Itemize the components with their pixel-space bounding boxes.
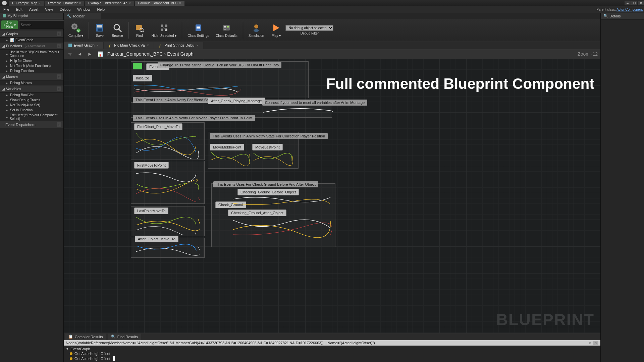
menu-file[interactable]: File <box>0 6 13 12</box>
search-input[interactable] <box>19 20 65 29</box>
tree-item[interactable]: ▸Not Touch(Auto Set) <box>0 103 63 108</box>
menu-edit[interactable]: Edit <box>13 6 26 12</box>
tree-item[interactable]: ▸Not Touch (Auto Functions) <box>0 63 63 68</box>
browse-button[interactable]: Browse <box>109 21 125 39</box>
collapsed-node[interactable]: FirstMoveToPoint <box>134 162 169 169</box>
collapsed-node[interactable]: Initialize <box>133 75 152 81</box>
collapsed-node[interactable]: MoveMiddlePoint <box>210 144 244 150</box>
collapsed-node[interactable]: After_Check_Playing_Montage <box>208 98 265 104</box>
svg-rect-4 <box>97 25 102 27</box>
section-dispatchers[interactable]: Event Dispatchers+ <box>0 121 63 128</box>
section-functions[interactable]: ◢Functions(2 Overridable)+ <box>0 43 63 50</box>
graph-tab-eventgraph[interactable]: Event Graph× <box>64 42 103 49</box>
find-button[interactable]: Find <box>131 21 148 39</box>
debug-object-select[interactable]: No debug object selected <box>285 25 333 31</box>
comment-box[interactable]: This Events Uses In Anim Notify For Movi… <box>133 115 255 121</box>
section-macros[interactable]: ◢Macros+ <box>0 73 63 80</box>
play-button[interactable]: Play ▾ <box>268 21 284 39</box>
add-dispatcher-button[interactable]: + <box>57 122 61 127</box>
window-tab[interactable]: L_Example_Map× <box>9 1 44 6</box>
svg-rect-5 <box>98 28 102 31</box>
close-icon[interactable]: × <box>79 1 81 5</box>
debug-filter: No debug object selected Debug Filter <box>285 25 333 35</box>
maximize-button[interactable]: ☐ <box>631 1 637 5</box>
menu-window[interactable]: Window <box>74 6 94 12</box>
hide-unrelated-button[interactable]: Hide Unrelated ▾ <box>149 21 179 39</box>
tree-item[interactable]: ▸Debug Bool Var <box>0 93 63 98</box>
add-new-button[interactable]: +Add New▾ <box>1 20 18 29</box>
window-tab[interactable]: Parkour_Component_BPC× <box>135 1 184 6</box>
breadcrumb-root[interactable]: Parkour_Component_BPC <box>107 51 163 57</box>
find-results-list: ▾EventGraph Get ActorHeightOffset Get Ac… <box>64 346 600 362</box>
graph-tabs: Event Graph× ƒPK Main Check Va× ƒPrint S… <box>64 41 600 49</box>
collapsed-node[interactable]: LastPointMoveTo <box>134 207 168 214</box>
comment-box[interactable]: This Events Uses In Anim Notify State Fo… <box>210 133 328 139</box>
menu-asset[interactable]: Asset <box>26 6 42 12</box>
tree-item[interactable]: ▸Help for Check <box>0 58 63 63</box>
result-item[interactable]: Get ActorHeightOffset <box>66 356 598 361</box>
add-function-button[interactable]: + <box>57 44 61 48</box>
tree-item-eventgraph[interactable]: ▸📊 EventGraph <box>0 38 63 43</box>
tree-item[interactable]: ▸Use in Your BP(Call from Parkour Compon… <box>0 50 63 58</box>
window-tab[interactable]: Example_ThirdPerson_An× <box>85 1 134 6</box>
result-group[interactable]: EventGraph <box>70 347 90 351</box>
close-icon[interactable]: × <box>129 1 131 5</box>
class-defaults-button[interactable]: Class Defaults <box>213 21 240 39</box>
section-graphs[interactable]: ◢Graphs+ <box>0 31 63 38</box>
graph-canvas[interactable]: Full commented Blueprint Component BLUEP… <box>64 59 600 333</box>
favorite-button[interactable]: ☆ <box>66 51 73 57</box>
graph-tab-function[interactable]: ƒPK Main Check Va× <box>104 42 154 49</box>
parent-class-link[interactable]: Actor Component <box>616 8 643 11</box>
compile-button[interactable]: Compile ▾ <box>66 21 86 39</box>
svg-rect-22 <box>224 27 226 28</box>
add-graph-button[interactable]: + <box>57 32 61 36</box>
comment-box[interactable]: This Events Uses For Check Ground Before… <box>213 181 318 187</box>
nav-back-button[interactable]: ◄ <box>76 51 84 57</box>
svg-rect-17 <box>197 26 200 26</box>
tree-item[interactable]: ▸Show Debug Traces <box>0 98 63 103</box>
graph-icon <box>68 44 72 47</box>
tab-compiler-results[interactable]: 📋 Compiler Results <box>65 334 106 340</box>
window-tab[interactable]: Example_Character× <box>45 1 84 6</box>
collapsed-node[interactable]: MoveLastPoint <box>252 144 283 150</box>
collapsed-node[interactable]: FirstOffset_Point_MoveTo <box>134 123 182 130</box>
close-button[interactable]: × <box>638 1 644 5</box>
tree-item[interactable]: ▸Set In Function <box>0 108 63 113</box>
svg-rect-19 <box>197 28 200 29</box>
graph-tab-function[interactable]: ƒPrint Strings Debu× <box>154 42 203 49</box>
close-icon[interactable]: × <box>179 1 181 5</box>
simulation-button[interactable]: Simulation <box>246 21 267 39</box>
add-macro-button[interactable]: + <box>57 74 61 79</box>
menu-view[interactable]: View <box>42 6 56 12</box>
close-icon[interactable]: × <box>147 43 149 47</box>
tree-item[interactable]: ▸Edit Here(if Parkour Component Select) <box>0 113 63 121</box>
svg-line-7 <box>119 29 121 32</box>
comment-box[interactable]: Connect if you need to reset all variabl… <box>262 100 367 106</box>
clear-search-button[interactable]: × <box>587 341 592 345</box>
panel-tab-myblueprint[interactable]: My Blueprint <box>0 13 63 19</box>
panel-tab-details[interactable]: 🔍 Details <box>601 13 644 19</box>
minimize-button[interactable]: – <box>625 1 631 5</box>
panel-tab-toolbar[interactable]: 🔧 Toolbar <box>64 13 101 19</box>
find-query-text[interactable]: Nodes(VariableReference(MemberName=+"Act… <box>66 341 375 345</box>
tree-item[interactable]: ▸Debug Macros <box>0 80 63 85</box>
class-settings-button[interactable]: Class Settings <box>185 21 212 39</box>
collapsed-node[interactable]: After_Object_Move_To <box>135 236 178 242</box>
add-variable-button[interactable]: + <box>57 86 61 91</box>
nav-forward-button[interactable]: ► <box>86 51 94 57</box>
search-scope-button[interactable]: ⌂ <box>593 341 598 345</box>
close-icon[interactable]: × <box>97 43 99 47</box>
section-variables[interactable]: ◢Variables+ <box>0 85 63 93</box>
result-item[interactable]: Get ActorHeightOffset <box>66 351 598 356</box>
menu-debug[interactable]: Debug <box>56 6 74 12</box>
close-icon[interactable]: × <box>196 43 198 47</box>
play-icon <box>271 22 281 33</box>
collapsed-node[interactable]: Checking_Ground_After_Object <box>228 209 286 216</box>
tree-item[interactable]: ▸Debug Function <box>0 68 63 73</box>
tab-find-results[interactable]: 🔍 Find Results <box>108 334 141 340</box>
save-button[interactable]: Save <box>92 21 108 39</box>
menu-help[interactable]: Help <box>94 6 108 12</box>
event-node[interactable] <box>133 63 142 69</box>
comment-box[interactable]: Change This Print_String_Debug_Tick (in … <box>158 62 281 68</box>
close-icon[interactable]: × <box>39 1 41 5</box>
